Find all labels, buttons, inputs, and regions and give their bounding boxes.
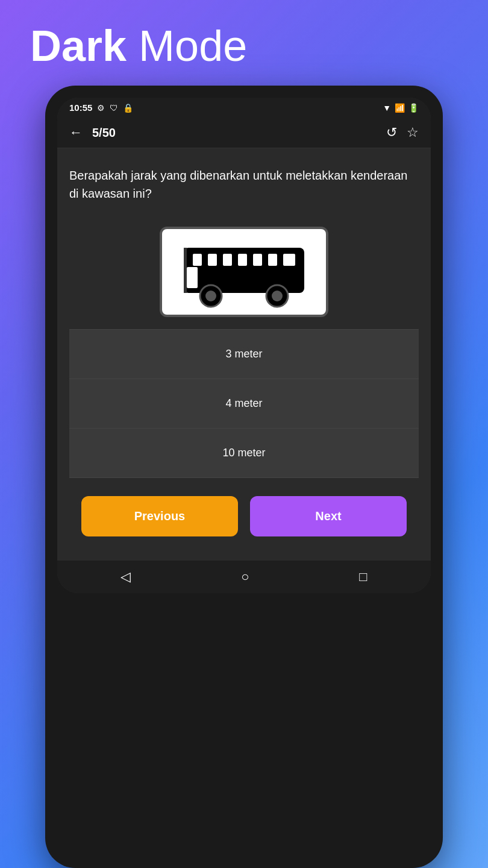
app-bar: ← 5/50 ↺ ☆ [57,118,431,148]
bottom-nav: ◁ ○ □ [57,561,431,593]
status-icon-lock: 🔒 [123,103,133,113]
next-button[interactable]: Next [250,496,407,536]
app-bar-right: ↺ ☆ [386,125,419,140]
refresh-icon[interactable]: ↺ [386,125,397,140]
option-c[interactable]: 10 meter [69,429,419,478]
quiz-content: Berapakah jarak yang dibenarkan untuk me… [57,148,431,561]
question-counter: 5/50 [92,126,116,140]
home-nav-icon[interactable]: ○ [241,569,249,585]
wifi-icon: ▼ [383,103,391,113]
option-b[interactable]: 4 meter [69,379,419,429]
svg-rect-1 [193,254,202,266]
question-text: Berapakah jarak yang dibenarkan untuk me… [69,160,419,215]
back-button[interactable]: ← [69,125,83,140]
status-time: 10:55 [69,102,92,113]
status-bar-left: 10:55 ⚙ 🛡 🔒 [69,102,133,113]
previous-button[interactable]: Previous [81,496,238,536]
header-title-bold: Dark [30,22,127,70]
status-bar-right: ▼ 📶 🔋 [383,103,419,113]
sign-container [69,215,419,329]
sign-image [160,227,328,317]
svg-rect-2 [208,254,217,266]
option-a[interactable]: 3 meter [69,329,419,379]
svg-rect-4 [238,254,247,266]
phone-frame: 10:55 ⚙ 🛡 🔒 ▼ 📶 🔋 ← 5/50 ↺ ☆ [45,86,443,868]
star-icon[interactable]: ☆ [407,125,419,140]
svg-rect-5 [253,254,262,266]
svg-rect-7 [283,254,295,266]
status-icon-settings: ⚙ [97,103,105,113]
header-title-normal: Mode [127,22,247,70]
svg-point-13 [272,291,283,301]
options-container: 3 meter 4 meter 10 meter [69,329,419,478]
svg-rect-8 [187,267,198,288]
recents-nav-icon[interactable]: □ [359,569,367,585]
nav-buttons: Previous Next [69,478,419,549]
bus-sign-svg [172,236,316,308]
svg-rect-3 [223,254,232,266]
status-bar: 10:55 ⚙ 🛡 🔒 ▼ 📶 🔋 [57,98,431,118]
back-nav-icon[interactable]: ◁ [120,569,131,585]
signal-icon: 📶 [395,103,405,113]
phone-screen: 10:55 ⚙ 🛡 🔒 ▼ 📶 🔋 ← 5/50 ↺ ☆ [57,98,431,593]
svg-rect-9 [184,248,187,293]
app-bar-left: ← 5/50 [69,125,116,140]
svg-rect-6 [268,254,277,266]
header-title: Dark Mode [30,24,247,68]
header: Dark Mode [0,0,488,86]
battery-icon: 🔋 [408,103,419,113]
status-icon-shield: 🛡 [110,103,118,113]
svg-point-11 [205,291,216,301]
